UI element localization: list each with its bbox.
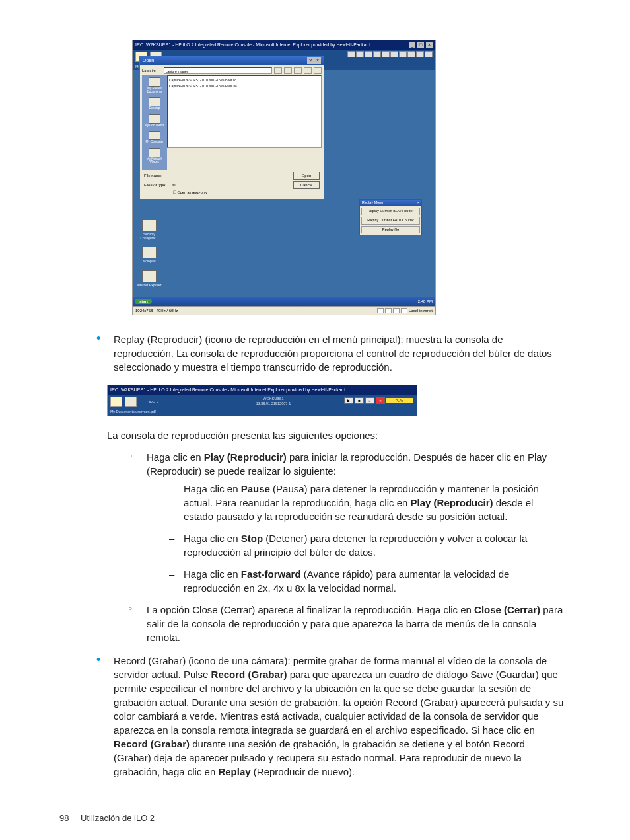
start-button[interactable]: start [135, 299, 152, 304]
mynetwork-icon[interactable] [149, 148, 160, 157]
status-right: Local intranet [409, 308, 433, 313]
back-icon[interactable] [284, 67, 292, 74]
replay-boot-button[interactable]: Replay Current BOOT buffer [361, 208, 420, 215]
folder-icon[interactable] [110, 397, 122, 407]
readonly-checkbox[interactable]: ☐ Open as read-only [173, 190, 320, 196]
close-icon[interactable]: × [426, 42, 433, 48]
filename-label: File name: [144, 173, 170, 178]
file-list[interactable]: Capture-W2KSUES1-01012007-1620-Boot.ilo … [167, 75, 322, 148]
tool-icon[interactable] [407, 51, 415, 57]
tool-icon[interactable] [425, 51, 433, 57]
dash-pause: Haga clic en Pause (Pausa) para detener … [169, 482, 564, 523]
ff-icon[interactable]: » [365, 397, 374, 404]
tool-icon[interactable] [382, 51, 390, 57]
page-footer: 98 Utilización de iLO 2 [0, 812, 630, 824]
taskbar-clock: 2:48 PM [418, 299, 433, 304]
tool-icon[interactable] [399, 51, 407, 57]
lookin-label: Look in: [142, 68, 162, 73]
close-icon[interactable]: × [376, 397, 385, 404]
section-title: Utilización de iLO 2 [81, 813, 155, 823]
close-icon[interactable]: × [314, 57, 321, 64]
window-titlebar: IRC: W2KSUES1 - HP iLO 2 Integrated Remo… [108, 385, 417, 395]
mydocs-icon[interactable] [149, 114, 160, 124]
pause-icon[interactable]: ■ [355, 397, 364, 404]
window-title: IRC: W2KSUES1 - HP iLO 2 Integrated Remo… [110, 387, 345, 393]
playback-toolbar: ↑ iLO 2 WOKSUBS1 13.88.91-21512007-1 ▶ ■… [108, 395, 417, 409]
replay-file-button[interactable]: Replay file [361, 226, 420, 234]
newfolder-icon[interactable] [304, 67, 312, 74]
recent-icon[interactable] [149, 77, 160, 87]
window-controls: _ □ × [408, 42, 433, 48]
toolbar-info: ↑ iLO 2 [146, 399, 158, 404]
tool-icon[interactable] [390, 51, 398, 57]
views-icon[interactable] [314, 67, 322, 74]
cancel-button[interactable]: Cancel [293, 181, 320, 189]
dropdown-icon[interactable] [274, 67, 282, 74]
dash-ff: Haga clic en Fast-forward (Avance rápido… [169, 567, 564, 595]
replay-fault-button[interactable]: Replay Current FAULT buffer [361, 217, 420, 225]
tool-icon[interactable] [373, 51, 381, 57]
docs-label: My Documents usermen.pdf [108, 409, 417, 416]
toolbar-icons [347, 51, 433, 57]
maximize-icon[interactable]: □ [417, 42, 424, 48]
circle-close: La opción Close (Cerrar) aparece al fina… [128, 603, 564, 644]
ie-icon[interactable] [142, 270, 157, 282]
places-bar: My Recent Documents Desktop My Documents… [142, 75, 167, 170]
file-item[interactable]: Capture-W2KSUES1-01012007-1620-Boot.ilo [169, 77, 320, 83]
taskbar: start 2:48 PM [133, 297, 435, 305]
tool-icon[interactable] [365, 51, 372, 57]
minimize-icon[interactable]: _ [409, 42, 415, 48]
window-titlebar: IRC: W2KSUES1 - HP iLO 2 Integrated Remo… [133, 40, 435, 50]
replay-menu: Replay Menu× Replay Current BOOT buffer … [359, 199, 422, 235]
close-icon[interactable]: × [417, 200, 419, 206]
page-number: 98 [59, 813, 69, 823]
open-button[interactable]: Open [293, 172, 320, 180]
tool-icon[interactable] [416, 51, 424, 57]
bullet-replay: Replay (Reproducir) (icono de reproducci… [96, 332, 564, 374]
play-icon[interactable]: ▶ [344, 397, 353, 404]
security-icon[interactable] [142, 219, 157, 231]
window-title: IRC: W2KSUES1 - HP iLO 2 Integrated Remo… [135, 42, 370, 48]
filetype-label: Files of type: [144, 182, 170, 188]
desktop-icon[interactable] [149, 97, 160, 106]
play-controls: ▶ ■ » × PLAY [344, 397, 413, 404]
open-dialog: Open ?× Look in: capture images [139, 56, 324, 200]
screenshot-playback-toolbar: IRC: W2KSUES1 - HP iLO 2 Integrated Remo… [107, 385, 417, 416]
lookin-field[interactable]: capture images [164, 67, 272, 74]
file-item[interactable]: Capture-W2KSUES1-01012007-1620-Fault.ilo [169, 83, 320, 89]
help-icon[interactable]: ? [307, 57, 314, 64]
notepad-icon[interactable] [142, 247, 157, 258]
dash-stop: Haga clic en Stop (Detener) para detener… [169, 531, 564, 559]
filetype-select[interactable]: all [172, 182, 291, 188]
play-status: PLAY [386, 398, 413, 403]
tool-icon[interactable] [347, 51, 355, 57]
up-icon[interactable] [294, 67, 302, 74]
bullet-record: Record (Grabar) (icono de una cámara): p… [96, 654, 564, 779]
dialog-title: Open [143, 57, 154, 64]
mycomputer-icon[interactable] [149, 131, 160, 140]
sub-intro: La consola de reproducción presenta las … [107, 428, 564, 442]
statusbar: 1024x768 - 49Hz / 60Hz Local intranet [133, 306, 435, 315]
document-icon[interactable] [125, 397, 137, 407]
tool-icon[interactable] [356, 51, 364, 57]
remote-desktop: Security Configurat... Notepad Internet … [133, 70, 435, 297]
status-left: 1024x768 - 49Hz / 60Hz [135, 308, 178, 313]
circle-play: Haga clic en Play (Reproducir) para inic… [128, 450, 564, 595]
screenshot-open-dialog: IRC: W2KSUES1 - HP iLO 2 Integrated Remo… [132, 40, 436, 315]
